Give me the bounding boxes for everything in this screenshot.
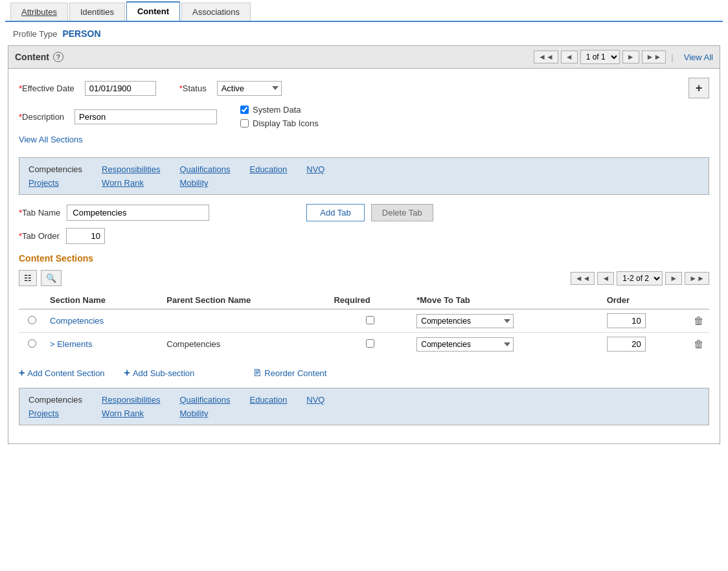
tab-nav-competencies-top: Competencies (28, 164, 82, 174)
nav-last-btn[interactable]: ►► (642, 50, 666, 63)
tab-name-label: *Tab Name (19, 208, 60, 218)
col-required: Required (328, 291, 411, 309)
table-first-btn[interactable]: ◄◄ (571, 272, 595, 285)
tab-nav-projects-top[interactable]: Projects (28, 178, 82, 188)
col-move-to-tab: *Move To Tab (411, 291, 601, 309)
col-section-name: Section Name (45, 291, 161, 309)
content-body: *Effective Date *Status Active Inactive … (8, 69, 720, 443)
nav-first-btn[interactable]: ◄◄ (534, 50, 558, 63)
help-icon[interactable]: ? (53, 52, 63, 62)
tab-nav-grid-top: Competencies Responsibilities Qualificat… (19, 157, 709, 195)
nav-sep: | (671, 52, 673, 62)
col-parent-section: Parent Section Name (161, 291, 328, 309)
action-row: + Add Content Section + Add Sub-section … (19, 363, 709, 388)
tab-nav-education-bottom[interactable]: Education (249, 395, 287, 405)
add-tab-button[interactable]: Add Tab (306, 204, 364, 221)
view-all-sections-link[interactable]: View All Sections (19, 135, 83, 144)
tab-nav-qualifications-bottom[interactable]: Qualifications (179, 395, 230, 405)
row2-order-input[interactable] (607, 337, 646, 352)
profile-type-label: Profile Type (13, 29, 57, 39)
view-all-link[interactable]: View All (684, 52, 713, 62)
display-icons-row: Display Tab Icons (240, 118, 319, 128)
row2-delete: 🗑 (688, 333, 709, 356)
nav-controls: ◄◄ ◄ 1 of 1 ► ►► | View All (534, 50, 713, 64)
status-select[interactable]: Active Inactive (217, 81, 282, 96)
display-icons-checkbox[interactable] (240, 119, 249, 128)
profile-type-value: PERSON (62, 28, 100, 39)
row2-move-tab: Competencies (411, 333, 601, 356)
add-content-link[interactable]: + Add Content Section (19, 367, 105, 379)
search-icon: 🔍 (46, 273, 56, 283)
table-row: > Elements Competencies Competencies (19, 333, 709, 356)
row1-radio[interactable] (28, 316, 36, 324)
row2-required-check[interactable] (366, 339, 374, 348)
table-prev-btn[interactable]: ◄ (597, 272, 614, 285)
reorder-icon: 🖹 (253, 368, 262, 378)
content-box: Content ? ◄◄ ◄ 1 of 1 ► ►► | View All *E… (8, 45, 720, 444)
row2-move-select[interactable]: Competencies (416, 337, 514, 352)
row1-move-tab: Competencies (411, 309, 601, 333)
system-data-row: System Data (240, 105, 319, 115)
tab-nav-responsibilities-top[interactable]: Responsibilities (102, 164, 160, 174)
description-input[interactable] (74, 109, 217, 124)
tab-nav-wornrank-top[interactable]: Worn Rank (102, 178, 160, 188)
tab-nav-nvq-bottom[interactable]: NVQ (306, 395, 324, 405)
row1-section-link[interactable]: Competencies (50, 316, 104, 326)
tab-nav-qualifications-top[interactable]: Qualifications (179, 164, 230, 174)
col-order: Order (602, 291, 688, 309)
add-row-button[interactable]: + (688, 78, 709, 98)
tab-order-input[interactable] (66, 228, 105, 244)
tab-nav-mobility-bottom[interactable]: Mobility (179, 409, 230, 418)
sections-title: Content Sections (19, 253, 709, 263)
row2-radio[interactable] (28, 339, 36, 348)
add-content-icon: + (19, 367, 25, 379)
tab-nav-projects-bottom[interactable]: Projects (28, 409, 82, 418)
row1-delete-btn[interactable]: 🗑 (694, 315, 704, 327)
tab-nav-mobility-top[interactable]: Mobility (179, 178, 230, 188)
tab-nav-education-top[interactable]: Education (249, 164, 287, 174)
row1-order-input[interactable] (607, 313, 646, 328)
delete-tab-button[interactable]: Delete Tab (371, 204, 433, 221)
row2-delete-btn[interactable]: 🗑 (694, 339, 704, 350)
tab-content[interactable]: Content (126, 1, 180, 21)
effective-date-label: *Effective Date (19, 84, 74, 93)
tab-identities[interactable]: Identities (69, 3, 125, 21)
tab-order-row: *Tab Order (19, 228, 709, 244)
grid-view-btn[interactable]: ☷ (19, 270, 37, 286)
table-pagination: ◄◄ ◄ 1-2 of 2 ► ►► (571, 271, 709, 286)
row1-move-select[interactable]: Competencies (416, 314, 514, 328)
col-actions (688, 291, 709, 309)
row2-section-link[interactable]: > Elements (50, 339, 92, 349)
status-label: *Status (179, 84, 207, 93)
tab-nav-responsibilities-bottom[interactable]: Responsibilities (102, 395, 160, 405)
tab-attributes[interactable]: Attributes (10, 3, 68, 21)
system-data-checkbox[interactable] (240, 106, 249, 114)
row2-order (602, 333, 688, 356)
table-next-btn[interactable]: ► (665, 272, 682, 285)
page-select-header[interactable]: 1 of 1 (580, 50, 620, 64)
reorder-content-link[interactable]: 🖹 Reorder Content (253, 368, 326, 378)
form-row-1: *Effective Date *Status Active Inactive … (19, 78, 709, 98)
table-page-select[interactable]: 1-2 of 2 (617, 271, 663, 286)
tab-name-input[interactable] (67, 205, 209, 221)
nav-prev-btn[interactable]: ◄ (561, 50, 578, 63)
table-last-btn[interactable]: ►► (685, 272, 709, 285)
tab-nav-wornrank-bottom[interactable]: Worn Rank (102, 409, 160, 418)
tab-associations[interactable]: Associations (181, 3, 251, 21)
row1-order (602, 309, 688, 333)
effective-date-input[interactable] (85, 81, 156, 96)
row1-required-check[interactable] (366, 316, 374, 324)
col-select (19, 291, 45, 309)
row2-radio-cell (19, 333, 45, 356)
add-subsection-link[interactable]: + Add Sub-section (124, 367, 195, 379)
row2-parent: Competencies (161, 333, 328, 356)
nav-next-btn[interactable]: ► (622, 50, 639, 63)
profile-type-row: Profile Type PERSON (0, 22, 728, 45)
search-btn[interactable]: 🔍 (41, 270, 62, 286)
row2-required (328, 333, 411, 356)
tab-name-row: *Tab Name Add Tab Delete Tab (19, 204, 709, 221)
top-tabs-bar: Attributes Identities Content Associatio… (0, 0, 728, 22)
tab-nav-competencies-bottom: Competencies (28, 395, 82, 405)
tab-nav-nvq-top[interactable]: NVQ (306, 164, 324, 174)
content-title: Content ? (15, 52, 63, 62)
